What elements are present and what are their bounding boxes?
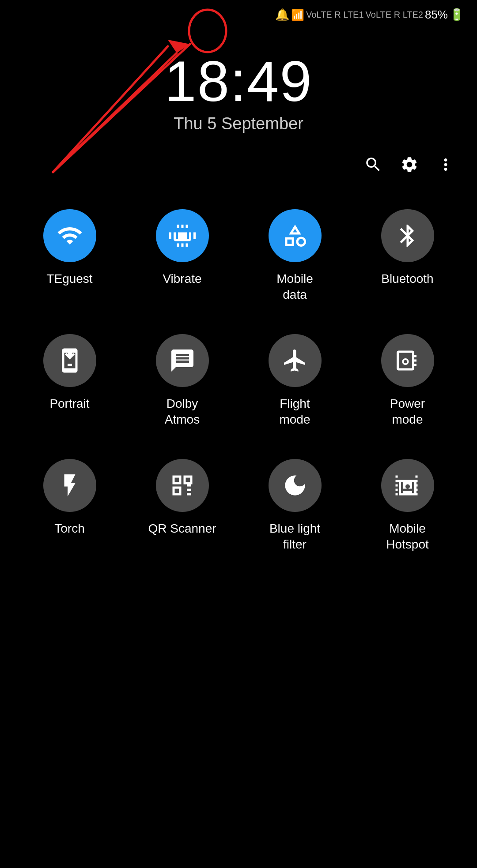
hotspot-label: MobileHotspot bbox=[386, 521, 429, 553]
wifi-status-icon: 📶 bbox=[291, 9, 304, 21]
qs-item-flight-mode[interactable]: Flightmode bbox=[238, 321, 351, 446]
battery-percentage: 85% bbox=[425, 8, 448, 22]
flight-circle bbox=[269, 334, 322, 387]
portrait-circle bbox=[43, 334, 96, 387]
power-mode-circle bbox=[381, 334, 434, 387]
more-options-button[interactable] bbox=[436, 155, 455, 178]
clock-time: 18:49 bbox=[164, 53, 312, 110]
torch-circle bbox=[43, 459, 96, 512]
vibrate-circle bbox=[156, 209, 209, 262]
qs-item-vibrate[interactable]: Vibrate bbox=[126, 196, 238, 321]
lte1-icon: VoLTE R LTE1 bbox=[306, 10, 363, 20]
clock-date: Thu 5 September bbox=[174, 114, 303, 133]
qs-item-dolby[interactable]: DolbyAtmos bbox=[126, 321, 238, 446]
status-icons: 🔔 📶 VoLTE R LTE1 VoLTE R LTE2 85% 🔋 bbox=[275, 8, 464, 22]
dolby-label: DolbyAtmos bbox=[165, 396, 200, 428]
qs-item-torch[interactable]: Torch bbox=[13, 446, 126, 571]
flight-mode-label: Flightmode bbox=[279, 396, 310, 428]
blue-light-label: Blue lightfilter bbox=[269, 521, 320, 553]
qr-circle bbox=[156, 459, 209, 512]
power-mode-label: Powermode bbox=[390, 396, 425, 428]
quick-settings-grid: TEguest Vibrate Mobiledata Bluetooth Por… bbox=[0, 187, 477, 579]
qs-item-qr-scanner[interactable]: QR Scanner bbox=[126, 446, 238, 571]
settings-button[interactable] bbox=[400, 155, 419, 178]
qr-scanner-label: QR Scanner bbox=[148, 521, 216, 537]
quick-settings-header bbox=[0, 142, 477, 187]
vibrate-label: Vibrate bbox=[163, 271, 201, 287]
hotspot-circle bbox=[381, 459, 434, 512]
qs-item-power-mode[interactable]: Powermode bbox=[351, 321, 464, 446]
blue-light-circle bbox=[269, 459, 322, 512]
status-bar: 🔔 📶 VoLTE R LTE1 VoLTE R LTE2 85% 🔋 bbox=[0, 0, 477, 26]
mobile-data-circle bbox=[269, 209, 322, 262]
clock-area: 18:49 Thu 5 September bbox=[0, 26, 477, 142]
torch-label: Torch bbox=[54, 521, 84, 537]
battery-icon: 🔋 bbox=[450, 8, 464, 22]
search-button[interactable] bbox=[364, 155, 382, 178]
bluetooth-circle bbox=[381, 209, 434, 262]
qs-item-bluetooth[interactable]: Bluetooth bbox=[351, 196, 464, 321]
lte2-icon: VoLTE R LTE2 bbox=[366, 10, 423, 20]
qs-item-hotspot[interactable]: MobileHotspot bbox=[351, 446, 464, 571]
sync-alert-icon: 🔔 bbox=[275, 8, 289, 22]
mobile-data-label: Mobiledata bbox=[276, 271, 313, 303]
portrait-label: Portrait bbox=[49, 396, 89, 412]
qs-item-portrait[interactable]: Portrait bbox=[13, 321, 126, 446]
bluetooth-label: Bluetooth bbox=[381, 271, 433, 287]
dolby-circle bbox=[156, 334, 209, 387]
qs-item-blue-light[interactable]: Blue lightfilter bbox=[238, 446, 351, 571]
teguest-label: TEguest bbox=[46, 271, 92, 287]
qs-item-mobile-data[interactable]: Mobiledata bbox=[238, 196, 351, 321]
teguest-circle bbox=[43, 209, 96, 262]
qs-item-teguest[interactable]: TEguest bbox=[13, 196, 126, 321]
